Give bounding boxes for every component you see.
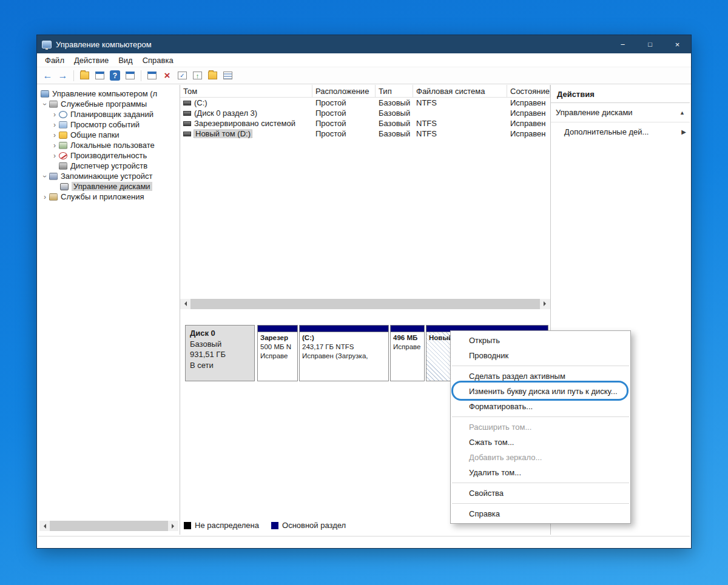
chevron-collapsed-icon[interactable]: › — [50, 141, 59, 150]
volume-list-horizontal-scrollbar[interactable] — [180, 299, 550, 309]
menu-item-mark-partition-active[interactable]: Сделать раздел активным — [451, 369, 630, 384]
primary-partition-strip — [391, 326, 424, 332]
tree-horizontal-scrollbar[interactable] — [39, 521, 178, 531]
console-tree-icon[interactable] — [78, 69, 92, 82]
show-hide-panes-icon[interactable] — [123, 69, 137, 82]
partition-system-reserved[interactable]: Зарезер 500 МБ N Исправе — [257, 325, 298, 381]
column-header-status[interactable]: Состояние — [507, 85, 550, 98]
column-header-filesystem[interactable]: Файловая система — [413, 85, 507, 98]
menu-separator — [452, 483, 629, 483]
toolbar-separator — [73, 70, 74, 81]
menu-item-properties[interactable]: Свойства — [451, 486, 630, 501]
window-controls: − □ × — [609, 35, 691, 53]
maximize-button[interactable]: □ — [636, 35, 664, 53]
partition-legend: Не распределена Основной раздел — [184, 521, 354, 530]
volume-icon — [183, 121, 191, 126]
scrollbar-thumb[interactable] — [190, 299, 540, 309]
titlebar[interactable]: Управление компьютером − □ × — [37, 35, 691, 53]
chevron-collapsed-icon[interactable]: › — [50, 131, 59, 139]
menu-file[interactable]: Файл — [40, 55, 69, 66]
chevron-collapsed-icon[interactable]: › — [41, 193, 49, 201]
tree-item-local-users[interactable]: › Локальные пользовате — [38, 140, 180, 150]
tree-item-performance[interactable]: › Производительность — [38, 150, 180, 161]
tree-item-task-scheduler[interactable]: › Планировщик заданий — [38, 109, 180, 119]
tree-item-disk-management[interactable]: Управление дисками — [38, 181, 180, 192]
disk-management-icon — [60, 183, 69, 190]
primary-partition-swatch — [271, 522, 278, 529]
actions-section-disk-management[interactable]: Управление дисками ▲ — [551, 103, 690, 122]
statusbar — [38, 536, 690, 547]
menu-action[interactable]: Действие — [69, 55, 113, 66]
chevron-collapsed-icon[interactable]: › — [50, 110, 59, 119]
menu-item-open[interactable]: Открыть — [451, 333, 630, 348]
open-folder-icon[interactable] — [206, 69, 220, 82]
primary-partition-strip — [300, 326, 388, 332]
volume-row[interactable]: (C:) Простой Базовый NTFS Исправен — [180, 98, 550, 108]
tree-item-system-tools[interactable]: › Служебные программы — [38, 99, 180, 109]
chevron-expanded-icon[interactable]: › — [41, 172, 49, 181]
scroll-right-arrow[interactable] — [540, 299, 550, 309]
event-viewer-icon — [59, 121, 67, 129]
primary-partition-strip — [258, 326, 297, 332]
actions-more-actions[interactable]: Дополнительные дей... ▶ — [551, 122, 690, 141]
tree-item-storage[interactable]: › Запоминающие устройст — [38, 171, 180, 181]
menu-item-extend-volume: Расширить том... — [451, 420, 630, 435]
minimize-button[interactable]: − — [609, 35, 636, 53]
menu-item-help[interactable]: Справка — [451, 506, 630, 521]
tree-item-device-manager[interactable]: Диспетчер устройств — [38, 161, 180, 171]
tree-item-event-viewer[interactable]: › Просмотр событий — [38, 119, 180, 130]
console-window-icon[interactable] — [145, 69, 159, 82]
column-header-volume[interactable]: Том — [180, 85, 312, 98]
menu-item-change-drive-letter[interactable]: Изменить букву диска или путь к диску... — [451, 384, 630, 399]
unallocated-swatch — [184, 522, 191, 529]
collapse-icon[interactable]: ▲ — [679, 110, 685, 116]
local-users-icon — [59, 142, 67, 149]
storage-icon — [49, 173, 58, 180]
menu-item-delete-volume[interactable]: Удалить том... — [451, 465, 630, 480]
volume-row[interactable]: Зарезервировано системой Простой Базовый… — [180, 118, 550, 129]
up-level-icon[interactable]: ↑ — [190, 69, 204, 82]
volume-list-header: Том Расположение Тип Файловая система Со… — [180, 85, 550, 98]
scroll-left-arrow[interactable] — [180, 299, 190, 309]
column-header-layout[interactable]: Расположение — [312, 85, 376, 98]
chevron-expanded-icon[interactable]: › — [41, 100, 49, 109]
delete-volume-icon[interactable]: × — [160, 69, 174, 82]
scroll-left-arrow[interactable] — [39, 521, 50, 531]
tree-item-shared-folders[interactable]: › Общие папки — [38, 130, 180, 140]
menu-help[interactable]: Справка — [138, 55, 178, 66]
disk-0-header[interactable]: Диск 0 Базовый 931,51 ГБ В сети — [185, 325, 255, 381]
volume-icon — [183, 132, 191, 136]
close-button[interactable]: × — [664, 35, 691, 53]
expand-right-icon[interactable]: ▶ — [681, 129, 686, 135]
volume-icon — [183, 111, 191, 116]
actions-title: Действия — [551, 85, 690, 103]
tree-item-services[interactable]: › Службы и приложения — [38, 192, 180, 202]
details-view-icon[interactable] — [221, 69, 235, 82]
column-header-type[interactable]: Тип — [376, 85, 413, 98]
tree-item-computer-management[interactable]: Управление компьютером (л — [38, 89, 180, 99]
scrollbar-thumb[interactable] — [50, 521, 168, 531]
volume-row[interactable]: (Диск 0 раздел 3) Простой Базовый Исправ… — [180, 108, 550, 118]
menu-view[interactable]: Вид — [113, 55, 138, 66]
forward-icon[interactable]: → — [56, 69, 70, 82]
back-icon[interactable]: ← — [41, 69, 55, 82]
chevron-collapsed-icon[interactable]: › — [50, 121, 59, 129]
scroll-right-arrow[interactable] — [168, 521, 178, 531]
partition-c[interactable]: (C:) 243,17 ГБ NTFS Исправен (Загрузка, — [299, 325, 389, 381]
toolbar: ← → ? × ✓ ↑ — [37, 67, 691, 84]
performance-icon — [59, 152, 67, 159]
volume-row-selected[interactable]: Новый том (D:) Простой Базовый NTFS Испр… — [180, 129, 550, 139]
services-icon — [49, 193, 58, 201]
chevron-collapsed-icon[interactable]: › — [50, 152, 59, 160]
mark-partition-icon[interactable]: ✓ — [175, 69, 189, 82]
menu-item-format[interactable]: Форматировать... — [451, 399, 630, 414]
menu-item-explorer[interactable]: Проводник — [451, 348, 630, 363]
volume-icon — [183, 101, 191, 105]
partition-recovery[interactable]: 496 МБ Исправе — [390, 325, 425, 381]
context-menu: Открыть Проводник Сделать раздел активны… — [450, 330, 631, 524]
export-list-icon[interactable] — [93, 69, 107, 82]
help-icon[interactable]: ? — [108, 69, 122, 82]
task-scheduler-icon — [59, 111, 67, 118]
device-manager-icon — [59, 162, 67, 170]
menu-item-shrink-volume[interactable]: Сжать том... — [451, 435, 630, 450]
